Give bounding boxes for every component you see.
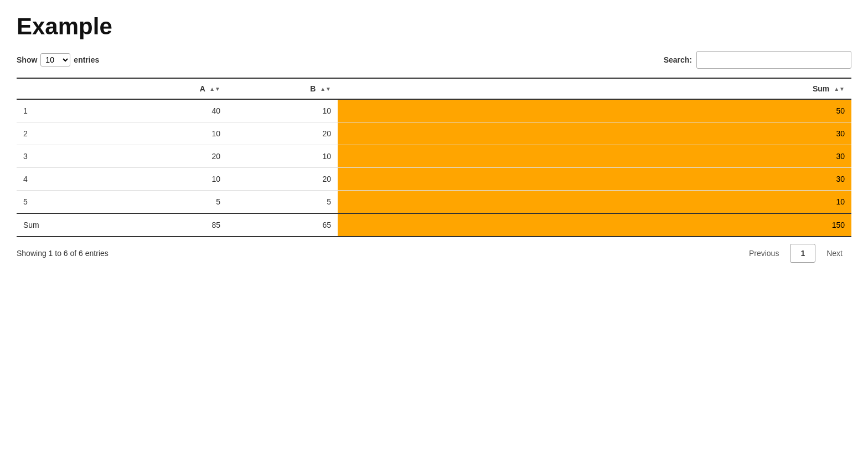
cell-index: 3 — [17, 145, 61, 168]
table-row: 2102030 — [17, 122, 851, 145]
cell-a: 10 — [61, 168, 227, 191]
cell-index: 1 — [17, 99, 61, 122]
footer-label: Sum — [17, 213, 61, 237]
footer-a-total: 85 — [61, 213, 227, 237]
cell-sum: 30 — [338, 168, 851, 191]
cell-b: 10 — [227, 145, 338, 168]
entries-select[interactable]: 10 25 50 100 — [40, 53, 70, 67]
table-header-row: A ▲▼ B ▲▼ Sum ▲▼ — [17, 78, 851, 99]
data-table: A ▲▼ B ▲▼ Sum ▲▼ 14010502102030320103041… — [17, 78, 851, 237]
cell-sum: 30 — [338, 122, 851, 145]
pagination: Previous 1 Next — [740, 244, 851, 263]
show-entries-control: Show 10 25 50 100 entries — [17, 53, 99, 67]
showing-info: Showing 1 to 6 of 6 entries — [17, 249, 108, 258]
entries-label: entries — [74, 55, 99, 64]
cell-a: 40 — [61, 99, 227, 122]
cell-a: 5 — [61, 191, 227, 214]
next-button[interactable]: Next — [818, 244, 851, 262]
page-title: Example — [17, 13, 851, 40]
cell-b: 5 — [227, 191, 338, 214]
sort-icon-sum[interactable]: ▲▼ — [834, 86, 845, 92]
col-header-b[interactable]: B ▲▼ — [227, 78, 338, 99]
sort-icon-b[interactable]: ▲▼ — [320, 86, 331, 92]
cell-index: 5 — [17, 191, 61, 214]
cell-index: 2 — [17, 122, 61, 145]
table-row: 1401050 — [17, 99, 851, 122]
cell-sum: 10 — [338, 191, 851, 214]
cell-b: 20 — [227, 168, 338, 191]
table-row: 55510 — [17, 191, 851, 214]
cell-a: 10 — [61, 122, 227, 145]
controls-row: Show 10 25 50 100 entries Search: — [17, 51, 851, 69]
cell-a: 20 — [61, 145, 227, 168]
cell-b: 20 — [227, 122, 338, 145]
sort-icon-a[interactable]: ▲▼ — [209, 86, 220, 92]
show-label: Show — [17, 55, 37, 64]
col-header-index — [17, 78, 61, 99]
cell-b: 10 — [227, 99, 338, 122]
footer-b-total: 65 — [227, 213, 338, 237]
col-header-sum[interactable]: Sum ▲▼ — [338, 78, 851, 99]
cell-index: 4 — [17, 168, 61, 191]
table-row: 4102030 — [17, 168, 851, 191]
page-1-button[interactable]: 1 — [790, 244, 815, 263]
cell-sum: 30 — [338, 145, 851, 168]
table-footer-row: Sum 85 65 150 — [17, 213, 851, 237]
search-label: Search: — [664, 55, 692, 64]
search-input[interactable] — [696, 51, 851, 69]
footer-row: Showing 1 to 6 of 6 entries Previous 1 N… — [17, 244, 851, 263]
previous-button[interactable]: Previous — [740, 244, 788, 262]
cell-sum: 50 — [338, 99, 851, 122]
footer-sum-total: 150 — [338, 213, 851, 237]
table-row: 3201030 — [17, 145, 851, 168]
search-area: Search: — [664, 51, 851, 69]
col-header-a[interactable]: A ▲▼ — [61, 78, 227, 99]
